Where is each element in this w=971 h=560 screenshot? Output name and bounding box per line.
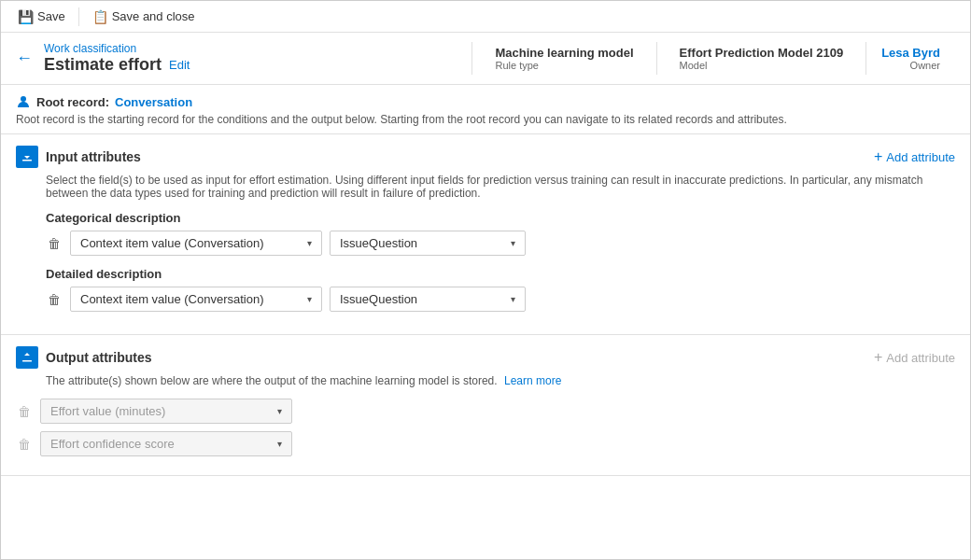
root-record-prefix: Root record:: [36, 95, 109, 109]
save-close-button[interactable]: 📋 Save and close: [87, 7, 201, 26]
model-label: Model: [680, 60, 844, 71]
save-button[interactable]: 💾 Save: [12, 7, 71, 26]
person-icon: [16, 94, 31, 109]
effort-value-select: Effort value (minutes) ▾: [40, 399, 292, 424]
owner-name[interactable]: Lesa Byrd: [881, 46, 940, 60]
categorical-field1-select[interactable]: Context item value (Conversation) ▾: [70, 231, 322, 256]
confidence-score-chevron: ▾: [277, 439, 282, 449]
output-row-1: 🗑 Effort confidence score ▾: [16, 431, 955, 456]
save-label: Save: [37, 9, 65, 23]
breadcrumb[interactable]: Work classification: [44, 42, 457, 55]
page-title: Estimate effort Edit: [44, 55, 457, 75]
delete-categorical-icon[interactable]: 🗑: [46, 234, 63, 253]
detailed-field2-select[interactable]: IssueQuestion ▾: [330, 287, 526, 312]
categorical-label: Categorical description: [46, 211, 955, 225]
add-input-attribute-label: Add attribute: [886, 150, 955, 164]
detailed-field1-chevron: ▾: [307, 294, 312, 304]
detailed-field1-value: Context item value (Conversation): [80, 292, 264, 306]
back-arrow-icon: ←: [16, 49, 33, 68]
svg-rect-2: [22, 360, 32, 362]
output-attributes-section: Output attributes + Add attribute The at…: [1, 335, 970, 476]
output-section-description: The attribute(s) shown below are where t…: [46, 374, 955, 387]
back-button[interactable]: ←: [16, 42, 33, 75]
upload-icon: [21, 351, 34, 364]
svg-point-0: [21, 96, 26, 102]
delete-detailed-icon[interactable]: 🗑: [46, 290, 63, 309]
rule-type-value: Machine learning model: [495, 46, 633, 60]
input-section-description: Select the field(s) to be used as input …: [46, 174, 955, 200]
rule-type-meta: Machine learning model Rule type: [472, 42, 656, 75]
owner-label: Owner: [881, 60, 940, 71]
model-meta: Effort Prediction Model 2109 Model: [657, 42, 867, 75]
toolbar-divider: [78, 7, 79, 26]
add-input-plus-icon: +: [874, 148, 882, 165]
output-desc-text: The attribute(s) shown below are where t…: [46, 374, 498, 387]
categorical-field2-chevron: ▾: [511, 238, 515, 248]
root-record-section: Root record: Conversation Root record is…: [1, 85, 970, 134]
output-icon-box: [16, 346, 38, 369]
root-record-title: Root record: Conversation: [16, 94, 955, 109]
detailed-field1-select[interactable]: Context item value (Conversation) ▾: [70, 287, 322, 312]
add-input-attribute-button[interactable]: + Add attribute: [874, 148, 955, 165]
output-section-header: Output attributes + Add attribute: [16, 346, 955, 369]
add-output-plus-icon: +: [874, 349, 882, 366]
detailed-field2-chevron: ▾: [511, 294, 515, 304]
edit-link[interactable]: Edit: [169, 58, 190, 72]
rule-type-label: Rule type: [495, 60, 633, 71]
effort-value-chevron: ▾: [277, 406, 282, 416]
categorical-field1-chevron: ▾: [307, 238, 312, 248]
download-icon: [21, 150, 34, 163]
categorical-field2-value: IssueQuestion: [340, 236, 417, 250]
confidence-score-select: Effort confidence score ▾: [40, 431, 292, 456]
output-row-0: 🗑 Effort value (minutes) ▾: [16, 399, 955, 424]
input-title-row: Input attributes: [16, 146, 141, 168]
categorical-group: Categorical description 🗑 Context item v…: [46, 211, 955, 256]
save-close-label: Save and close: [112, 9, 195, 23]
root-record-entity: Conversation: [115, 95, 192, 109]
output-title-row: Output attributes: [16, 346, 152, 369]
save-icon: 💾: [18, 9, 34, 24]
input-section-header: Input attributes + Add attribute: [16, 146, 955, 168]
detailed-group: Detailed description 🗑 Context item valu…: [46, 267, 955, 312]
model-value: Effort Prediction Model 2109: [680, 46, 844, 60]
owner-section: Lesa Byrd Owner: [866, 42, 955, 75]
input-section-title: Input attributes: [46, 149, 141, 164]
add-output-attribute-button: + Add attribute: [874, 349, 955, 366]
detailed-field2-value: IssueQuestion: [340, 292, 417, 306]
confidence-score-label: Effort confidence score: [50, 437, 175, 451]
learn-more-link[interactable]: Learn more: [504, 374, 561, 387]
header: ← Work classification Estimate effort Ed…: [1, 33, 970, 85]
effort-value-label: Effort value (minutes): [50, 404, 165, 418]
categorical-field1-value: Context item value (Conversation): [80, 236, 264, 250]
add-output-attribute-label: Add attribute: [886, 351, 955, 365]
toolbar: 💾 Save 📋 Save and close: [1, 1, 970, 33]
svg-rect-1: [22, 160, 32, 161]
categorical-field2-select[interactable]: IssueQuestion ▾: [330, 231, 526, 256]
header-meta: Machine learning model Rule type Effort …: [471, 42, 955, 75]
input-icon-box: [16, 146, 38, 168]
header-title-section: Work classification Estimate effort Edit: [44, 42, 457, 75]
delete-confidence-icon: 🗑: [16, 435, 33, 454]
detailed-row-0: 🗑 Context item value (Conversation) ▾ Is…: [46, 287, 955, 312]
delete-effort-value-icon: 🗑: [16, 402, 33, 421]
detailed-label: Detailed description: [46, 267, 955, 281]
root-record-description: Root record is the starting record for t…: [16, 113, 955, 126]
output-section-title: Output attributes: [46, 350, 152, 365]
save-close-icon: 📋: [92, 9, 108, 24]
page-title-text: Estimate effort: [44, 55, 162, 75]
categorical-row-0: 🗑 Context item value (Conversation) ▾ Is…: [46, 231, 955, 256]
input-attributes-section: Input attributes + Add attribute Select …: [1, 134, 970, 335]
